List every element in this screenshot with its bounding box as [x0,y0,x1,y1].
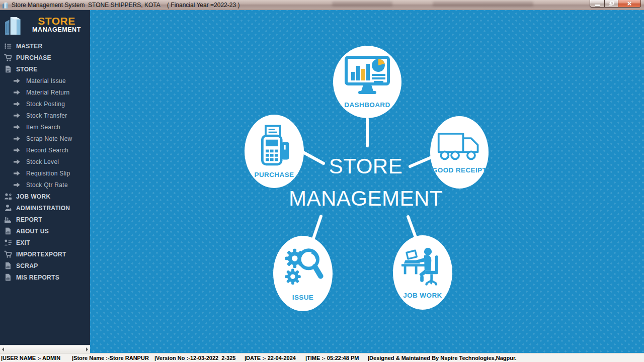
sidebar-item-label: MASTER [16,43,42,50]
window-title: Store Management System STONE SHIPPERS, … [12,2,239,9]
sidebar-item-scrap[interactable]: SCRAP [0,260,90,272]
app-logo: STORE MANAGEMENT [0,10,90,39]
sidebar-item-label: Material Issue [26,77,66,84]
restore-icon [609,2,614,6]
center-title-line1: STORE [290,156,441,177]
sidebar-item-label: REPORT [16,216,42,223]
sidebar-item-stock-level[interactable]: Stock Level [0,156,90,167]
status-credits: |Designed & Maintained By Nspire Technol… [368,355,517,361]
sidebar-item-exit[interactable]: EXIT [0,237,90,248]
arrow-icon [14,89,21,96]
sidebar-item-mis-reports[interactable]: MIS REPORTS [0,272,90,283]
sidebar-item-label: Stock Qtr Rate [26,182,68,189]
status-bar: |USER NAME :- ADMIN |Store Name :-Store … [0,353,644,362]
sidebar-item-material-issue[interactable]: Material Issue [0,75,90,86]
node-dashboard[interactable]: DASHBOARD [333,46,401,118]
node-label: GOOD RECEIPT [432,166,487,174]
minimize-icon [595,5,600,6]
document-icon [4,65,12,73]
arrow-icon [14,77,21,84]
status-version: |Version No :-12-03-2022 2-325 [154,355,235,361]
list-icon [4,42,12,50]
window-controls [590,0,641,8]
node-purchase[interactable]: PURCHASE [245,115,304,188]
close-icon [627,1,632,6]
sidebar-item-label: JOB WORK [16,193,50,200]
gears-magnifier-icon [282,246,324,290]
sidebar-item-purchase[interactable]: PURCHASE [0,52,90,63]
status-store-name: |Store Name :-Store RANPUR [72,355,149,361]
arrow-icon [14,182,21,189]
scroll-left-arrow-icon[interactable] [2,347,4,351]
title-bar: Store Management System STONE SHIPPERS, … [0,0,644,10]
sidebar-item-report[interactable]: REPORT [0,214,90,225]
node-issue[interactable]: ISSUE [273,236,333,311]
sidebar-item-master[interactable]: MASTER [0,40,90,52]
sidebar-item-store[interactable]: STORE [0,63,90,75]
status-time: |TIME :- 05:22:48 PM [305,355,359,361]
cart-icon [4,54,12,61]
sidebar-item-label: Stock Level [26,158,59,165]
close-button[interactable] [618,0,641,8]
arrow-icon [14,135,21,142]
store-management-window: Store Management System STONE SHIPPERS, … [0,0,644,362]
report-document-icon [4,262,12,269]
logo-text: STORE MANAGEMENT [25,16,88,33]
sidebar-item-label: ABOUT US [16,228,49,235]
glass-reflection [332,2,392,7]
sidebar-item-record-search[interactable]: Record Search [0,144,90,156]
sidebar-item-label: IMPORTEXPORT [16,251,66,258]
report-document-icon [4,227,12,235]
sidebar-item-requisition-slip[interactable]: Requisition Slip [0,167,90,179]
logo-title: STORE [25,16,88,27]
restore-button[interactable] [604,0,618,8]
sidebar-item-scrap-note-new[interactable]: Scrap Note New [0,133,90,144]
sidebar-item-administration[interactable]: ADMINISTRATION [0,202,90,214]
arrow-icon [14,112,21,119]
worker-gear-icon [4,193,12,200]
sidebar-item-label: ADMINISTRATION [16,205,70,212]
glass-reflection [433,2,533,7]
sidebar-item-stock-transfer[interactable]: Stock Transfer [0,110,90,121]
logo-subtitle: MANAGEMENT [25,27,88,33]
sidebar-item-about-us[interactable]: ABOUT US [0,225,90,237]
status-user-name: |USER NAME :- ADMIN [1,355,60,361]
sidebar-item-stock-posting[interactable]: Stock Posting [0,98,90,110]
sidebar-item-job-work[interactable]: JOB WORK [0,191,90,202]
sidebar-item-label: EXIT [16,239,30,246]
sidebar: STORE MANAGEMENT MASTER PURCHASE STORE M… [0,10,90,353]
sidebar-item-material-return[interactable]: Material Return [0,86,90,98]
sidebar-item-stock-qtr-rate[interactable]: Stock Qtr Rate [0,179,90,191]
factory-icon [4,216,12,223]
sidebar-item-item-search[interactable]: Item Search [0,121,90,133]
buildings-logo-icon [3,14,25,35]
sidebar-item-label: SCRAP [16,262,38,269]
node-good-receipt[interactable]: GOOD RECEIPT [430,116,489,189]
sidebar-item-label: Stock Posting [26,101,65,108]
sidebar-item-importexport[interactable]: IMPORTEXPORT [0,248,90,260]
center-title-line2: MANAGEMENT [285,188,446,209]
arrow-icon [14,170,21,177]
node-label: ISSUE [292,294,314,301]
arrow-icon [14,101,21,108]
arrow-icon [14,158,21,165]
sidebar-menu: MASTER PURCHASE STORE Material Issue Mat… [0,40,90,283]
minimize-button[interactable] [590,0,604,8]
dashboard-chart-icon [343,55,391,98]
sidebar-item-label: Material Return [26,89,70,96]
pos-terminal-icon [257,124,291,167]
scroll-right-arrow-icon[interactable] [86,347,88,351]
sidebar-item-label: MIS REPORTS [16,274,59,281]
node-label: PURCHASE [255,171,294,178]
sidebar-horizontal-scrollbar[interactable] [0,345,90,353]
sidebar-item-label: Item Search [26,124,60,131]
main-canvas: STORE MANAGEMENT DASHBOARD [90,10,644,353]
admin-user-icon [4,204,12,212]
delivery-truck-icon [437,131,482,163]
person-workstation-icon [400,246,445,288]
sidebar-item-label: Stock Transfer [26,112,67,119]
node-label: JOB WORK [403,292,442,299]
cart-icon [4,250,12,258]
node-job-work[interactable]: JOB WORK [393,235,452,310]
status-date: |DATE :- 22-04-2024 [245,355,296,361]
